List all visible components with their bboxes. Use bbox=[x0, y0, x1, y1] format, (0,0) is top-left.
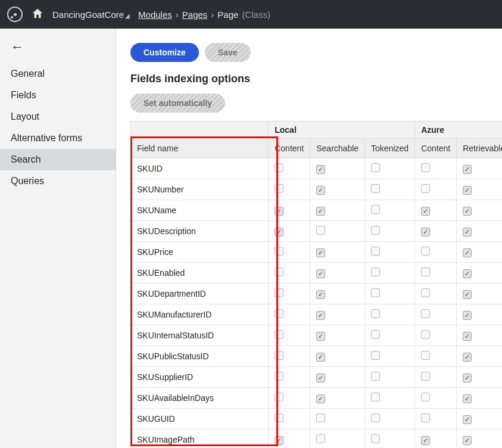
checkbox-azure-content[interactable] bbox=[421, 207, 430, 216]
checkbox-local-tokenized[interactable] bbox=[371, 372, 380, 381]
checkbox-local-content[interactable] bbox=[275, 288, 283, 297]
checkbox-local-searchable[interactable] bbox=[316, 226, 325, 235]
chevron-down-icon: ◢ bbox=[125, 13, 130, 19]
checkbox-azure-content[interactable] bbox=[421, 351, 430, 360]
checkbox-local-searchable[interactable] bbox=[316, 248, 325, 257]
checkbox-azure-content[interactable] bbox=[421, 330, 430, 339]
sidebar-item-layout[interactable]: Layout bbox=[0, 106, 116, 127]
field-name-cell: SKUImagePath bbox=[131, 430, 269, 449]
table-row: SKUDepartmentID bbox=[131, 284, 503, 304]
checkbox-local-tokenized[interactable] bbox=[371, 226, 380, 235]
checkbox-azure-retrievable[interactable] bbox=[463, 415, 472, 424]
checkbox-local-content[interactable] bbox=[275, 413, 283, 422]
checkbox-local-tokenized[interactable] bbox=[371, 351, 380, 360]
field-name-cell: SKUDepartmentID bbox=[131, 284, 269, 304]
field-name-cell: SKUSupplierID bbox=[131, 367, 269, 388]
checkbox-local-content[interactable] bbox=[275, 372, 283, 381]
checkbox-local-tokenized[interactable] bbox=[371, 309, 380, 318]
checkbox-local-content[interactable] bbox=[275, 207, 283, 216]
back-button[interactable]: ← bbox=[0, 33, 116, 63]
checkbox-azure-retrievable[interactable] bbox=[463, 207, 472, 216]
checkbox-local-searchable[interactable] bbox=[316, 311, 325, 320]
checkbox-azure-retrievable[interactable] bbox=[463, 290, 472, 299]
checkbox-azure-content[interactable] bbox=[421, 309, 430, 318]
checkbox-local-searchable[interactable] bbox=[316, 374, 325, 382]
app-logo-icon[interactable] bbox=[7, 7, 23, 22]
checkbox-local-searchable[interactable] bbox=[316, 207, 325, 216]
checkbox-local-searchable[interactable] bbox=[316, 353, 325, 362]
checkbox-azure-retrievable[interactable] bbox=[463, 269, 472, 278]
sidebar-item-general[interactable]: General bbox=[0, 63, 116, 85]
crumb-pages[interactable]: Pages bbox=[182, 10, 208, 20]
checkbox-azure-retrievable[interactable] bbox=[463, 311, 472, 320]
checkbox-azure-retrievable[interactable] bbox=[463, 436, 472, 445]
checkbox-azure-retrievable[interactable] bbox=[463, 248, 472, 257]
checkbox-local-content[interactable] bbox=[275, 267, 283, 276]
field-name-cell: SKUEnabled bbox=[131, 263, 269, 284]
checkbox-azure-retrievable[interactable] bbox=[463, 332, 472, 341]
group-header-azure: Azure bbox=[415, 122, 502, 139]
checkbox-local-tokenized[interactable] bbox=[371, 434, 380, 443]
checkbox-azure-retrievable[interactable] bbox=[463, 165, 472, 174]
crumb-modules[interactable]: Modules bbox=[138, 10, 172, 20]
field-name-cell: SKUName bbox=[131, 200, 269, 221]
checkbox-local-tokenized[interactable] bbox=[371, 288, 380, 297]
checkbox-azure-content[interactable] bbox=[421, 413, 430, 422]
checkbox-local-searchable[interactable] bbox=[316, 269, 325, 278]
table-row: SKUPublicStatusID bbox=[131, 346, 503, 367]
checkbox-local-content[interactable] bbox=[275, 436, 283, 445]
customize-button[interactable]: Customize bbox=[130, 43, 199, 62]
checkbox-local-content[interactable] bbox=[275, 393, 283, 402]
checkbox-local-content[interactable] bbox=[275, 184, 283, 193]
checkbox-azure-content[interactable] bbox=[421, 163, 430, 172]
checkbox-local-searchable[interactable] bbox=[316, 394, 325, 403]
checkbox-local-content[interactable] bbox=[275, 247, 283, 256]
checkbox-local-tokenized[interactable] bbox=[371, 247, 380, 256]
sidebar-item-fields[interactable]: Fields bbox=[0, 85, 116, 106]
checkbox-azure-content[interactable] bbox=[421, 267, 430, 276]
checkbox-local-tokenized[interactable] bbox=[371, 330, 380, 339]
site-selector[interactable]: DancingGoatCore◢ bbox=[52, 10, 130, 20]
checkbox-local-content[interactable] bbox=[275, 330, 283, 339]
checkbox-local-content[interactable] bbox=[275, 309, 283, 318]
checkbox-local-searchable[interactable] bbox=[316, 413, 325, 422]
checkbox-local-tokenized[interactable] bbox=[371, 184, 380, 193]
table-row: SKUAvailableInDays bbox=[131, 388, 503, 409]
checkbox-azure-retrievable[interactable] bbox=[463, 394, 472, 403]
checkbox-local-searchable[interactable] bbox=[316, 290, 325, 299]
checkbox-local-tokenized[interactable] bbox=[371, 205, 380, 214]
checkbox-local-tokenized[interactable] bbox=[371, 393, 380, 402]
checkbox-azure-retrievable[interactable] bbox=[463, 353, 472, 362]
checkbox-azure-content[interactable] bbox=[421, 247, 430, 256]
checkbox-azure-retrievable[interactable] bbox=[463, 228, 472, 237]
table-row: SKUImagePath bbox=[131, 430, 503, 449]
checkbox-azure-content[interactable] bbox=[421, 288, 430, 297]
checkbox-azure-retrievable[interactable] bbox=[463, 186, 472, 195]
checkbox-local-searchable[interactable] bbox=[316, 332, 325, 341]
checkbox-azure-content[interactable] bbox=[421, 436, 430, 445]
sidebar-item-search[interactable]: Search bbox=[0, 149, 116, 170]
checkbox-local-content[interactable] bbox=[275, 228, 283, 237]
home-icon[interactable] bbox=[31, 7, 44, 22]
checkbox-local-content[interactable] bbox=[275, 163, 283, 172]
sidebar-item-queries[interactable]: Queries bbox=[0, 170, 116, 192]
table-row: SKUName bbox=[131, 200, 503, 221]
table-row: SKUPrice bbox=[131, 242, 503, 263]
field-name-cell: SKUManufacturerID bbox=[131, 304, 269, 325]
sidebar-item-alternative-forms[interactable]: Alternative forms bbox=[0, 127, 116, 149]
checkbox-azure-content[interactable] bbox=[421, 372, 430, 381]
sidebar: ← GeneralFieldsLayoutAlternative formsSe… bbox=[0, 29, 116, 448]
checkbox-azure-content[interactable] bbox=[421, 393, 430, 402]
checkbox-local-tokenized[interactable] bbox=[371, 267, 380, 276]
checkbox-azure-retrievable[interactable] bbox=[463, 374, 472, 382]
checkbox-local-searchable[interactable] bbox=[316, 186, 325, 195]
checkbox-local-content[interactable] bbox=[275, 351, 283, 360]
group-header-local: Local bbox=[269, 122, 415, 139]
checkbox-local-tokenized[interactable] bbox=[371, 413, 380, 422]
col-azure-content: Content bbox=[415, 139, 457, 158]
checkbox-local-searchable[interactable] bbox=[316, 434, 325, 443]
checkbox-azure-content[interactable] bbox=[421, 228, 430, 237]
checkbox-local-tokenized[interactable] bbox=[371, 163, 380, 172]
checkbox-local-searchable[interactable] bbox=[316, 165, 325, 174]
checkbox-azure-content[interactable] bbox=[421, 184, 430, 193]
